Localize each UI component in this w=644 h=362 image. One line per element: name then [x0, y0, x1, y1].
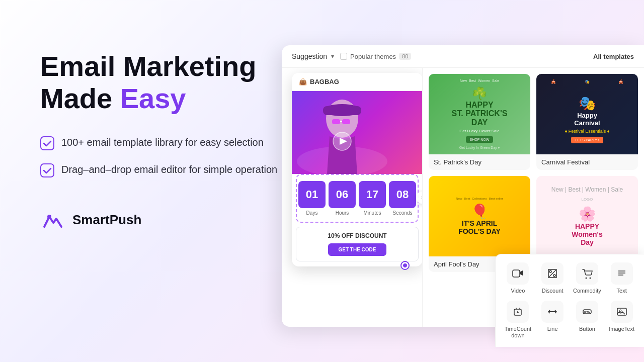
button-icon: BTN: [576, 301, 598, 323]
stpat-subtitle: Get Lucky Clover Sale: [459, 129, 500, 133]
suggestion-dropdown[interactable]: Suggestion ▾: [292, 52, 334, 60]
popular-themes: Popular themes 80: [340, 53, 411, 60]
logo-text: SmartPush: [72, 212, 141, 228]
cta-button[interactable]: GET THE CODE: [328, 243, 386, 256]
template-card-stpatricks[interactable]: NewBestWomenSale ☘️ HAPPYST. PATRICK'SDA…: [429, 74, 530, 170]
discount-title: 10% OFF DISCOUNT: [301, 232, 413, 239]
tool-line[interactable]: Line: [538, 301, 567, 339]
svg-point-30: [619, 310, 621, 312]
email-card: 👜 BAGBAG: [292, 73, 423, 266]
template-label-carnival: Carnival Festival: [536, 154, 638, 170]
template-img-stpatricks: NewBestWomenSale ☘️ HAPPYST. PATRICK'SDA…: [429, 74, 530, 154]
countdown-hours: 06 Hours: [329, 181, 356, 216]
feature-item-1: 100+ email template library for easy sel…: [40, 135, 282, 150]
line-label: Line: [547, 326, 558, 332]
svg-rect-8: [342, 119, 350, 124]
tool-button[interactable]: BTN Button: [573, 301, 602, 339]
svg-point-2: [47, 215, 51, 219]
imagetext-icon: [611, 301, 633, 323]
stpat-btn: SHOP NOW: [466, 136, 494, 143]
discount-icon: [541, 262, 564, 285]
feature-list: 100+ email template library for easy sel…: [40, 135, 282, 177]
brand-name: BAGBAG: [310, 78, 339, 85]
carnival-subtitle: ♦ Festival Essentials ♦: [565, 129, 610, 134]
svg-rect-1: [41, 164, 54, 177]
carnival-decorations: 🎪 🎭 🎪: [536, 74, 638, 89]
tool-commodity[interactable]: Commodity: [573, 262, 602, 294]
suggestion-label: Suggestion: [292, 52, 327, 60]
imagetext-label: ImageText: [609, 326, 634, 332]
hero-title: Email Marketing Made Easy: [40, 50, 282, 115]
svg-rect-0: [41, 137, 54, 150]
svg-point-13: [549, 270, 551, 273]
stpat-title: HAPPYST. PATRICK'SDAY: [452, 101, 508, 127]
email-header: 👜 BAGBAG: [292, 73, 423, 91]
svg-point-17: [589, 278, 591, 279]
tool-imagetext[interactable]: ImageText: [607, 301, 636, 339]
right-section: Suggestion ▾ Popular themes 80 All templ…: [262, 0, 644, 362]
tool-video[interactable]: Video: [504, 262, 532, 294]
hero-title-line1: Email Marketing: [40, 50, 256, 82]
popular-themes-checkbox[interactable]: [340, 53, 347, 60]
april-nav: NewBestCollectionsBest seller: [456, 197, 503, 200]
hero-title-line2: Made: [40, 82, 120, 114]
svg-rect-6: [323, 106, 361, 115]
template-img-womensday: New | Best | Women | Sale LOGO 🌸 HAPPYWo…: [536, 176, 638, 256]
svg-rect-7: [332, 119, 340, 124]
model-svg: [292, 91, 392, 174]
template-img-carnival: 🎪 🎭 🎪 🎭 HappyCarnival ♦ Festival Essenti…: [536, 74, 638, 154]
bag-icon: 👜: [299, 78, 307, 85]
countdown-days: 01 Days: [298, 181, 326, 216]
commodity-label: Commodity: [573, 288, 601, 294]
timecountdown-icon: [507, 301, 529, 323]
chevron-down-icon: ▾: [331, 53, 334, 60]
timecountdown-label: TimeCount down: [504, 326, 532, 339]
button-label: Button: [579, 326, 595, 332]
countdown-seconds: 08 Seconds: [389, 181, 416, 216]
svg-point-14: [553, 275, 555, 277]
tool-timecountdown[interactable]: TimeCount down: [504, 301, 532, 339]
stpat-footer: Get Lucky In Green Day ♦: [459, 146, 500, 149]
countdown-minutes: 17 Minutes: [359, 181, 386, 216]
countdown-section: 01 Days 06 Hours 17 Minutes 08: [296, 174, 419, 223]
connection-dot: [401, 262, 409, 269]
video-label: Video: [511, 288, 525, 294]
line-icon: [541, 301, 564, 323]
email-preview-panel: › 👜 BAGBAG: [282, 68, 423, 327]
tool-discount[interactable]: Discount: [538, 262, 567, 294]
all-templates-tab[interactable]: All templates: [593, 53, 634, 60]
svg-rect-12: [513, 270, 520, 277]
video-icon: [507, 262, 529, 285]
product-image: [292, 91, 423, 174]
check-icon-1: [40, 136, 54, 150]
svg-text:BTN: BTN: [584, 311, 590, 314]
text-icon: [611, 262, 633, 285]
logo-section: SmartPush: [40, 208, 282, 233]
discount-section: 10% OFF DISCOUNT GET THE CODE: [296, 227, 419, 261]
template-card-carnival[interactable]: 🎪 🎭 🎪 🎭 HappyCarnival ♦ Festival Essenti…: [536, 74, 638, 170]
template-label-stpatricks: St. Patrick's Day: [429, 154, 530, 170]
left-section: Email Marketing Made Easy 100+ email tem…: [40, 50, 282, 233]
text-label: Text: [617, 288, 627, 294]
svg-point-16: [585, 278, 587, 279]
hero-title-highlight: Easy: [120, 82, 186, 114]
carnival-btn: LET'S PARTY !: [571, 137, 603, 143]
tools-panel: Video Discount Commodity Text TimeCount …: [495, 254, 644, 347]
tool-text[interactable]: Text: [607, 262, 636, 294]
suggestion-bar: Suggestion ▾ Popular themes 80 All templ…: [282, 45, 644, 68]
commodity-icon: [576, 262, 598, 285]
stpat-nav: NewBestWomenSale: [460, 79, 499, 82]
template-img-aprilfools: NewBestCollectionsBest seller 🎈 IT'S APR…: [429, 176, 530, 256]
april-title: IT'S APRILFOOL'S DAY: [458, 220, 501, 235]
smartpush-logo-icon: [40, 208, 65, 233]
carnival-title: HappyCarnival: [574, 112, 600, 127]
feature-item-2: Drag–and–drop email editor for simple op…: [40, 162, 282, 177]
womens-title: HAPPYWomen'sDay: [572, 222, 602, 246]
popular-themes-label: Popular themes: [350, 53, 396, 60]
check-icon-2: [40, 163, 54, 177]
discount-label: Discount: [542, 288, 564, 294]
popular-badge: 80: [399, 53, 411, 60]
